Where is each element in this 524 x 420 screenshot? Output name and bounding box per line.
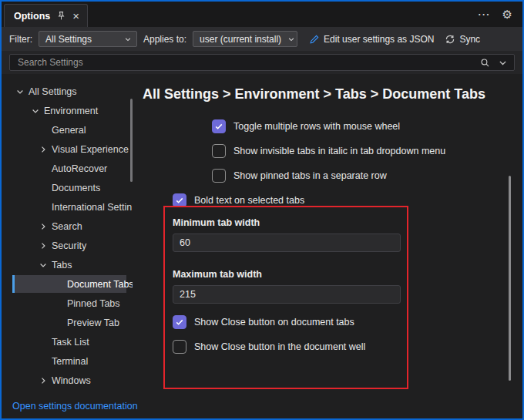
checkbox[interactable] [173, 193, 186, 207]
checkbox[interactable] [212, 119, 226, 133]
chevron-slot [37, 355, 49, 368]
checkbox[interactable] [212, 169, 226, 183]
window-controls: ⋯ ⚙ [478, 2, 522, 27]
chevron-slot [52, 278, 65, 291]
settings-toolbar: Filter: All Settings Applies to: user (c… [2, 27, 522, 51]
chevron-down-icon[interactable] [498, 58, 508, 68]
chevron-down-icon[interactable] [37, 259, 49, 271]
sync-icon [445, 34, 455, 45]
checkbox[interactable] [173, 315, 186, 329]
tab-options-label: Options [14, 11, 50, 22]
chevron-down-icon[interactable] [14, 86, 26, 98]
highlighted-settings-group: Bold text on selected tabs Minimum tab w… [173, 193, 522, 354]
tab-row-settings-group: Toggle multiple rows with mouse wheel Sh… [212, 119, 522, 183]
sidebar-item-security[interactable]: Security [2, 236, 133, 255]
sidebar-item-documents[interactable]: Documents [2, 178, 133, 197]
sidebar-item-environment[interactable]: Environment [2, 101, 133, 120]
footer: Open settings documentation [2, 394, 522, 418]
tab-bar: Options × ⋯ ⚙ [2, 2, 522, 27]
chevron-right-icon[interactable] [37, 220, 49, 233]
sidebar-item-search[interactable]: Search [2, 217, 133, 236]
setting-show-invisible-tabs-italic[interactable]: Show invisible tabs in italic in tab dro… [212, 143, 522, 159]
chevron-slot [37, 336, 49, 348]
minimum-tab-width-input[interactable] [173, 234, 401, 252]
edit-pencil-icon [309, 34, 320, 45]
setting-label: Show Close button in the document well [194, 341, 365, 352]
chevron-slot [37, 124, 49, 136]
chevron-right-icon[interactable] [37, 375, 49, 387]
minimum-tab-width-label: Minimum tab width [173, 217, 522, 228]
maximum-tab-width-input[interactable] [173, 285, 401, 304]
setting-label: Toggle multiple rows with mouse wheel [233, 121, 400, 132]
setting-toggle-multiple-rows[interactable]: Toggle multiple rows with mouse wheel [212, 119, 522, 134]
search-icon[interactable] [480, 58, 490, 68]
chevron-slot [37, 182, 49, 194]
breadcrumb: All Settings > Environment > Tabs > Docu… [143, 84, 489, 105]
sync-button[interactable]: Sync [442, 32, 482, 46]
search-input[interactable] [16, 56, 472, 69]
chevron-down-icon[interactable] [29, 105, 42, 117]
applies-to-label: Applies to: [143, 34, 186, 45]
setting-show-pinned-tabs-separate-row[interactable]: Show pinned tabs in a separate row [212, 168, 522, 183]
sidebar-item-task-list[interactable]: Task List [2, 332, 133, 351]
pin-icon[interactable] [56, 11, 66, 21]
chevron-slot [52, 297, 65, 310]
filter-dropdown[interactable]: All Settings [39, 31, 137, 47]
sidebar-item-all-settings[interactable]: All Settings [2, 82, 133, 101]
sidebar-item-autorecover[interactable]: AutoRecover [2, 159, 133, 178]
filter-label: Filter: [9, 34, 32, 45]
search-box[interactable] [9, 54, 515, 71]
setting-label: Show invisible tabs in italic in tab dro… [233, 146, 445, 156]
sidebar-item-general[interactable]: General [2, 120, 133, 139]
sidebar-item-visual-experience[interactable]: Visual Experience [2, 139, 133, 159]
chevron-slot [52, 317, 65, 329]
sidebar-item-terminal[interactable]: Terminal [2, 351, 133, 371]
applies-to-dropdown-value: user (current install) [200, 34, 281, 45]
chevron-slot [37, 163, 49, 175]
search-row [2, 51, 522, 74]
options-window: Options × ⋯ ⚙ Filter: All Settings Appli… [0, 0, 524, 420]
open-settings-documentation-link[interactable]: Open settings documentation [12, 401, 138, 412]
setting-bold-text-selected-tabs[interactable]: Bold text on selected tabs [173, 193, 522, 208]
sidebar-item-preview-tab[interactable]: Preview Tab [2, 313, 133, 332]
sidebar-item-tabs[interactable]: Tabs [2, 255, 133, 274]
chevron-down-icon [287, 35, 295, 43]
setting-label: Show Close button on document tabs [194, 317, 354, 328]
tab-options[interactable]: Options × [4, 4, 88, 27]
checkbox[interactable] [212, 144, 226, 158]
settings-tree: All Settings Environment General Visual … [2, 74, 133, 394]
sidebar-item-pinned-tabs[interactable]: Pinned Tabs [2, 294, 133, 313]
chevron-right-icon[interactable] [37, 143, 49, 156]
more-options-icon[interactable]: ⋯ [478, 7, 491, 22]
sidebar-item-international-settings[interactable]: International Settin [2, 197, 133, 217]
close-icon[interactable]: × [72, 10, 79, 22]
edit-user-settings-json-label: Edit user settings as JSON [324, 34, 434, 45]
edit-user-settings-json-button[interactable]: Edit user settings as JSON [307, 32, 436, 46]
setting-label: Bold text on selected tabs [194, 195, 304, 206]
settings-body: All Settings Environment General Visual … [2, 74, 522, 394]
settings-main-pane: All Settings > Environment > Tabs > Docu… [133, 74, 522, 394]
chevron-down-icon [124, 35, 132, 43]
gear-icon[interactable]: ⚙ [502, 8, 512, 22]
sidebar-item-document-tabs[interactable]: Document Tabs [2, 274, 133, 294]
checkbox[interactable] [173, 340, 186, 354]
setting-show-close-button-document-tabs[interactable]: Show Close button on document tabs [173, 314, 522, 330]
setting-label: Show pinned tabs in a separate row [233, 170, 387, 181]
maximum-tab-width-label: Maximum tab width [173, 269, 522, 280]
filter-dropdown-value: All Settings [45, 34, 92, 45]
chevron-right-icon[interactable] [37, 240, 49, 252]
main-scrollbar[interactable] [509, 176, 511, 381]
setting-show-close-button-document-well[interactable]: Show Close button in the document well [173, 339, 522, 354]
chevron-slot [37, 201, 49, 213]
sidebar-item-windows[interactable]: Windows [2, 371, 133, 390]
applies-to-dropdown[interactable]: user (current install) [193, 31, 297, 47]
sync-label: Sync [459, 34, 480, 45]
